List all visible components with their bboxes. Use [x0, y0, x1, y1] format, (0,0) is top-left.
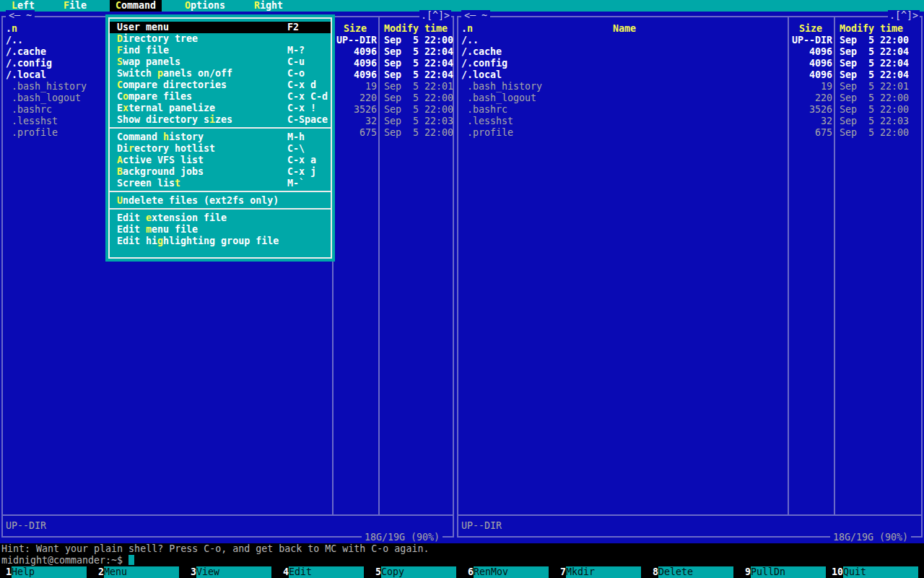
panel-left-nav-buttons[interactable]: .[^]> [419, 10, 451, 22]
file-size: 675 [740, 127, 832, 139]
menu-item-undelete-files[interactable]: Undelete files (ext2fs only) [110, 195, 331, 207]
column-header-size[interactable]: Size [332, 23, 378, 35]
menu-item-edit-menu-file[interactable]: Edit menu file [110, 224, 331, 236]
file-mtime: Sep 5 22:03 [384, 116, 453, 127]
file-name: /.local [461, 69, 502, 81]
file-name: .bash_logout [467, 92, 536, 104]
file-size: 4096 [740, 69, 832, 81]
file-row[interactable]: /.local4096Sep 5 22:04 [458, 69, 921, 81]
file-mtime: Sep 5 22:00 [384, 35, 453, 46]
menu-command[interactable]: Command [110, 0, 162, 12]
file-row[interactable]: .bashrc3526Sep 5 22:00 [458, 104, 921, 116]
fkey-renmov[interactable]: 6RenMov [462, 566, 549, 578]
file-mtime: Sep 5 22:01 [384, 81, 453, 92]
menu-separator [108, 208, 332, 210]
function-key-bar: 1Help 2Menu 3View 4Edit 5Copy 6RenMov 7M… [0, 566, 924, 578]
fkey-delete[interactable]: 8Delete [647, 566, 733, 578]
menu-item-show-directory-sizes[interactable]: Show directory sizesC-Space [110, 114, 331, 126]
panel-right-nav-buttons[interactable]: .[^]> [888, 10, 920, 22]
menu-separator [108, 127, 332, 129]
fkey-edit[interactable]: 4Edit [277, 566, 364, 578]
menu-item-external-panelize[interactable]: External panelizeC-x ! [110, 103, 331, 114]
file-name: /.cache [6, 46, 46, 58]
shortcut: C-x d [287, 79, 316, 91]
menu-item-edit-extension-file[interactable]: Edit extension file [110, 212, 331, 224]
menu-item-compare-directories[interactable]: Compare directoriesC-x d [110, 79, 331, 91]
shell-prompt[interactable]: midnight@commander:~$ [1, 555, 134, 566]
menu-item-background-jobs[interactable]: Background jobsC-x j [110, 166, 331, 178]
menu-file-label: ile [69, 0, 87, 11]
fkey-mkdir[interactable]: 7Mkdir [554, 566, 641, 578]
menu-right[interactable]: Right [248, 0, 289, 12]
menu-item-find-file[interactable]: Find fileM-? [110, 45, 331, 56]
fkey-menu[interactable]: 2Menu [92, 566, 179, 578]
file-size: 32 [740, 116, 832, 127]
file-name: .lesshst [467, 116, 513, 127]
column-header-mtime[interactable]: Modify time [834, 23, 909, 35]
file-row[interactable]: /.cache4096Sep 5 22:04 [458, 46, 921, 58]
panel-right-path[interactable]: <─ ~ [461, 10, 490, 22]
shortcut: C-u [287, 56, 305, 68]
menu-item-swap-panels[interactable]: Swap panelsC-u [110, 56, 331, 68]
menu-item-edit-highlighting-group-file[interactable]: Edit highlighting group file [110, 236, 331, 247]
menu-item-active-vfs-list[interactable]: Active VFS listC-x a [110, 155, 331, 166]
file-mtime: Sep 5 22:04 [840, 69, 909, 81]
file-mtime: Sep 5 22:04 [840, 58, 909, 69]
menu-item-directory-tree[interactable]: Directory tree [110, 33, 331, 45]
menu-item-switch-panels-on-off[interactable]: Switch panels on/offC-o [110, 68, 331, 79]
column-header-name[interactable]: Name [461, 23, 788, 35]
file-mtime: Sep 5 22:00 [840, 127, 909, 139]
command-dropdown-menu: User menuF2 Directory tree Find fileM-? … [105, 14, 335, 262]
menu-options[interactable]: Options [179, 0, 231, 12]
file-mtime: Sep 5 22:04 [384, 46, 453, 58]
file-row[interactable]: .profile675Sep 5 22:00 [458, 127, 921, 139]
menu-separator [108, 191, 332, 192]
shortcut: C-o [287, 68, 305, 79]
menu-left-hotkey: L [12, 0, 17, 11]
file-mtime: Sep 5 22:00 [840, 35, 909, 46]
fkey-copy[interactable]: 5Copy [370, 566, 456, 578]
file-row[interactable]: /..UP--DIRSep 5 22:00 [458, 35, 921, 46]
menu-item-user-menu[interactable]: User menuF2 [110, 22, 331, 33]
shortcut: M-h [287, 131, 305, 143]
panel-left-path[interactable]: <─ ~ [6, 10, 35, 22]
file-size: UP--DIR [740, 35, 832, 46]
fkey-view[interactable]: 3View [185, 566, 271, 578]
fkey-pulldn[interactable]: 9PullDn [739, 566, 826, 578]
text-cursor [128, 555, 134, 565]
file-mtime: Sep 5 22:00 [384, 92, 453, 104]
column-header-size[interactable]: Size [788, 23, 834, 35]
file-row[interactable]: /.config4096Sep 5 22:04 [458, 58, 921, 69]
fkey-quit[interactable]: 10Quit [832, 566, 918, 578]
menu-options-hotkey: O [185, 0, 191, 11]
file-mtime: Sep 5 22:01 [840, 81, 909, 92]
file-row[interactable]: .lesshst32Sep 5 22:03 [458, 116, 921, 127]
file-size: 4096 [740, 58, 832, 69]
file-mtime: Sep 5 22:00 [384, 127, 453, 139]
file-size: 19 [740, 81, 832, 92]
free-space-indicator: 18G/19G (90%) [362, 532, 443, 543]
menu-command-label: ommand [121, 0, 156, 11]
menu-command-hotkey: C [116, 0, 121, 11]
shortcut: C-x a [287, 155, 316, 166]
file-mtime: Sep 5 22:00 [840, 92, 909, 104]
file-name: .bashrc [467, 104, 507, 116]
file-mtime: Sep 5 22:03 [840, 116, 909, 127]
menu-file[interactable]: File [58, 0, 92, 12]
menu-item-compare-files[interactable]: Compare filesC-x C-d [110, 91, 331, 103]
mini-status: UP--DIR [461, 520, 502, 532]
file-row[interactable]: .bash_history19Sep 5 22:01 [458, 81, 921, 92]
fkey-help[interactable]: 1Help [0, 566, 87, 578]
shortcut: F2 [287, 22, 299, 33]
prompt-text: midnight@commander:~$ [1, 555, 123, 566]
column-header-mtime[interactable]: Modify time [378, 23, 453, 35]
menu-item-screen-list[interactable]: Screen listM-` [110, 178, 331, 189]
menu-item-command-history[interactable]: Command historyM-h [110, 131, 331, 143]
file-size: 3526 [740, 104, 832, 116]
file-mtime: Sep 5 22:00 [840, 104, 909, 116]
file-name: /.cache [461, 46, 502, 58]
file-row[interactable]: .bash_logout220Sep 5 22:00 [458, 92, 921, 104]
shortcut: M-? [287, 45, 305, 56]
menu-item-directory-hotlist[interactable]: Directory hotlistC-\ [110, 143, 331, 155]
file-mtime: Sep 5 22:04 [384, 58, 453, 69]
